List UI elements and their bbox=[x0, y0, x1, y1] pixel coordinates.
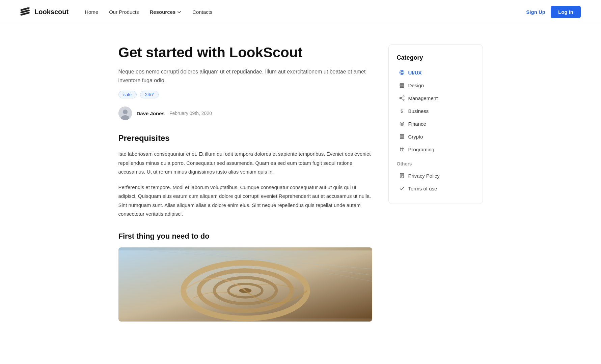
svg-rect-29 bbox=[401, 135, 402, 136]
sidebar-item-terms[interactable]: Terms of use bbox=[397, 183, 474, 194]
article-image bbox=[118, 247, 372, 322]
sidebar-label-programing: Programing bbox=[408, 147, 435, 152]
login-button[interactable]: Log In bbox=[551, 6, 581, 18]
svg-point-17 bbox=[402, 72, 402, 73]
svg-point-23 bbox=[403, 99, 404, 100]
sidebar-item-privacy[interactable]: Privacy Policy bbox=[397, 170, 474, 181]
author-row: Dave Jones February 09th, 2020 bbox=[118, 107, 372, 120]
sidebar-label-terms: Terms of use bbox=[408, 186, 437, 191]
article-title: Get started with LookScout bbox=[118, 44, 372, 61]
chevron-down-icon bbox=[177, 10, 182, 14]
sidebar-label-business: Business bbox=[408, 108, 429, 114]
sidebar-item-uiux[interactable]: UI/UX bbox=[397, 67, 474, 78]
layers-icon bbox=[399, 82, 405, 88]
sidebar-label-privacy: Privacy Policy bbox=[408, 173, 440, 179]
prerequisites-body-1: Iste laboriosam consequuntur et et. Et i… bbox=[118, 150, 372, 176]
tag-safe: safe bbox=[118, 91, 137, 98]
nav-home[interactable]: Home bbox=[85, 9, 98, 15]
category-list: UI/UX Design bbox=[397, 67, 474, 155]
svg-point-27 bbox=[400, 122, 404, 123]
main-content: Get started with LookScout Neque eos nem… bbox=[118, 44, 372, 322]
share-icon bbox=[399, 95, 405, 101]
nav-contacts[interactable]: Contacts bbox=[192, 9, 212, 15]
svg-rect-18 bbox=[400, 84, 404, 85]
sidebar-item-finance[interactable]: Finance bbox=[397, 118, 474, 129]
article-date: February 09th, 2020 bbox=[169, 111, 212, 116]
others-list: Privacy Policy Terms of use bbox=[397, 170, 474, 194]
article-subtitle: Neque eos nemo corrupti dolores aliquam … bbox=[118, 67, 372, 85]
svg-point-21 bbox=[403, 96, 404, 97]
tags: safe 24/7 bbox=[118, 91, 372, 98]
sidebar-label-uiux: UI/UX bbox=[408, 70, 422, 75]
svg-rect-32 bbox=[402, 137, 403, 138]
prerequisites-heading: Prerequisites bbox=[118, 133, 372, 143]
prerequisites-body-2: Perferendis et tempore. Modi et laborum … bbox=[118, 183, 372, 218]
author-name: Dave Jones bbox=[137, 111, 165, 116]
svg-point-4 bbox=[123, 110, 128, 114]
sidebar: Category UI/UX bbox=[388, 44, 483, 322]
svg-line-35 bbox=[403, 147, 403, 151]
sidebar-item-design[interactable]: Design bbox=[397, 80, 474, 91]
sidebar-item-business[interactable]: $ Business bbox=[397, 105, 474, 117]
sidebar-label-design: Design bbox=[408, 83, 424, 88]
page-wrapper: Get started with LookScout Neque eos nem… bbox=[98, 24, 503, 348]
sidebar-item-management[interactable]: Management bbox=[397, 92, 474, 104]
dollar-icon: $ bbox=[399, 108, 405, 114]
sidebar-box: Category UI/UX bbox=[388, 44, 483, 204]
svg-line-25 bbox=[401, 98, 403, 99]
logo-icon bbox=[20, 7, 31, 17]
doc-icon bbox=[399, 173, 405, 179]
signup-button[interactable]: Sign Up bbox=[526, 9, 545, 15]
svg-rect-20 bbox=[400, 87, 404, 88]
svg-point-22 bbox=[400, 97, 401, 99]
nav-resources[interactable]: Resources bbox=[150, 9, 182, 15]
others-title: Others bbox=[397, 161, 474, 166]
tag-247: 24/7 bbox=[140, 91, 159, 98]
first-thing-heading: First thing you need to do bbox=[118, 232, 372, 241]
nav-left: Lookscout Home Our Products Resources Co… bbox=[20, 7, 212, 17]
author-avatar bbox=[118, 107, 132, 120]
svg-rect-19 bbox=[400, 85, 404, 86]
sidebar-item-crypto[interactable]: Crypto bbox=[397, 131, 474, 142]
svg-line-34 bbox=[401, 147, 401, 151]
nav-products[interactable]: Our Products bbox=[109, 9, 139, 15]
stack-icon bbox=[399, 121, 405, 127]
sidebar-item-programing[interactable]: Programing bbox=[397, 144, 474, 155]
logo-text: Lookscout bbox=[34, 8, 69, 16]
svg-text:$: $ bbox=[401, 109, 403, 114]
logo[interactable]: Lookscout bbox=[20, 7, 69, 17]
staircase-illustration bbox=[118, 247, 372, 322]
nav-links: Home Our Products Resources Contacts bbox=[85, 9, 212, 15]
navbar: Lookscout Home Our Products Resources Co… bbox=[0, 0, 601, 24]
svg-rect-31 bbox=[401, 137, 402, 138]
building-icon bbox=[399, 133, 405, 140]
hash-icon bbox=[399, 146, 405, 152]
svg-line-24 bbox=[401, 97, 403, 98]
avatar-image bbox=[118, 107, 132, 120]
check-icon bbox=[399, 185, 405, 191]
sidebar-label-management: Management bbox=[408, 95, 438, 101]
svg-rect-30 bbox=[402, 135, 403, 136]
sidebar-label-finance: Finance bbox=[408, 121, 426, 127]
sidebar-label-crypto: Crypto bbox=[408, 134, 423, 140]
nav-right: Sign Up Log In bbox=[526, 6, 581, 18]
target-icon bbox=[399, 69, 405, 75]
category-title: Category bbox=[397, 54, 474, 61]
